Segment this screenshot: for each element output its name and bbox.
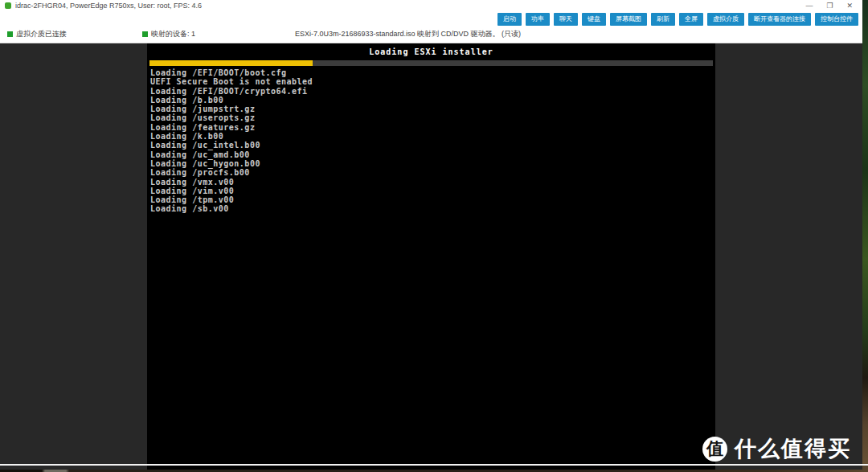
boot-log-line: Loading /procfs.b00: [150, 168, 715, 177]
virtual-media-status-bar: 虚拟介质已连接 映射的设备: 1 ESXi-7.0U3m-21686933-st…: [4, 29, 858, 39]
boot-log-line: Loading /uc_amd.b00: [150, 150, 715, 159]
boot-log-line: Loading /tpm.v00: [150, 195, 715, 204]
iso-mapping-label: ESXi-7.0U3m-21686933-standard.iso 映射到 CD…: [295, 29, 521, 39]
toolbar-button[interactable]: 屏幕截图: [610, 13, 647, 26]
boot-log-line: Loading /uc_intel.b00: [150, 141, 715, 150]
watermark-text: 什么值得买: [735, 434, 851, 463]
restore-icon[interactable]: ❐: [826, 2, 833, 10]
boot-log-line: Loading /vim.v00: [150, 187, 715, 195]
window-bottom-border: [0, 464, 868, 466]
toolbar-button[interactable]: 虚拟介质: [707, 13, 744, 26]
window-titlebar: idrac-2FHGR04, PowerEdge R750xs, User: r…: [0, 0, 862, 11]
watermark-badge-icon: 值: [702, 437, 727, 462]
minimize-icon[interactable]: —: [805, 2, 813, 10]
toolbar-button[interactable]: 启动: [497, 13, 522, 26]
watermark: 值 什么值得买: [702, 434, 851, 463]
toolbar-button[interactable]: 刷新: [651, 13, 675, 26]
mapped-devices-status: 映射的设备: 1: [142, 29, 195, 39]
boot-log-line: Loading /features.gz: [150, 123, 715, 132]
boot-log-line: Loading /EFI/BOOT/boot.cfg: [150, 68, 715, 77]
boot-log-line: Loading /useropts.gz: [150, 113, 715, 122]
remote-video-screen[interactable]: Loading ESXi installer Loading /EFI/BOOT…: [147, 43, 715, 470]
close-icon[interactable]: ✕: [846, 2, 853, 10]
remote-console-area: Loading ESXi installer Loading /EFI/BOOT…: [0, 43, 862, 470]
toolbar-button[interactable]: 聊天: [554, 13, 578, 26]
boot-log-line: Loading /jumpstrt.gz: [150, 105, 715, 113]
toolbar-button[interactable]: 断开查看器的连接: [748, 13, 811, 26]
boot-progress-bar: [149, 60, 713, 66]
toolbar-button[interactable]: 控制台控件: [815, 13, 858, 26]
iso-mapping-status: ESXi-7.0U3m-21686933-standard.iso 映射到 CD…: [295, 29, 521, 39]
window-title: idrac-2FHGR04, PowerEdge R750xs, User: r…: [15, 2, 805, 10]
toolbar-button[interactable]: 键盘: [582, 13, 606, 26]
desktop-background-strip-right: [862, 0, 868, 472]
boot-progress-fill: [149, 60, 313, 66]
installer-title: Loading ESXi installer: [147, 43, 715, 58]
connected-indicator-icon: [7, 31, 13, 37]
boot-log-line: Loading /vmx.v00: [150, 178, 715, 187]
boot-log-line: UEFI Secure Boot is not enabled: [150, 77, 715, 86]
boot-log-line: Loading /b.b00: [150, 96, 715, 105]
boot-log-line: Loading /uc_hygon.b00: [150, 159, 715, 168]
virtual-media-connected-status: 虚拟介质已连接: [7, 29, 67, 39]
virtual-media-connected-label: 虚拟介质已连接: [16, 29, 67, 39]
toolbar-button[interactable]: 功率: [526, 13, 550, 26]
toolbar-button-row: 启动功率聊天键盘屏幕截图刷新全屏虚拟介质断开查看器的连接控制台控件: [4, 13, 858, 26]
boot-log-line: Loading /k.b00: [150, 132, 715, 141]
app-favicon-icon: [5, 2, 11, 9]
boot-log-line: Loading /sb.v00: [150, 204, 715, 213]
boot-log: Loading /EFI/BOOT/boot.cfgUEFI Secure Bo…: [147, 68, 715, 214]
toolbar-button[interactable]: 全屏: [679, 13, 703, 26]
mapped-indicator-icon: [142, 31, 148, 37]
window-controls: — ❐ ✕: [805, 2, 853, 10]
boot-log-line: Loading /EFI/BOOT/crypto64.efi: [150, 87, 715, 96]
idrac-console-window: idrac-2FHGR04, PowerEdge R750xs, User: r…: [0, 0, 862, 465]
mapped-devices-label: 映射的设备: 1: [151, 29, 195, 39]
console-toolbar: 启动功率聊天键盘屏幕截图刷新全屏虚拟介质断开查看器的连接控制台控件 虚拟介质已连…: [0, 11, 862, 43]
